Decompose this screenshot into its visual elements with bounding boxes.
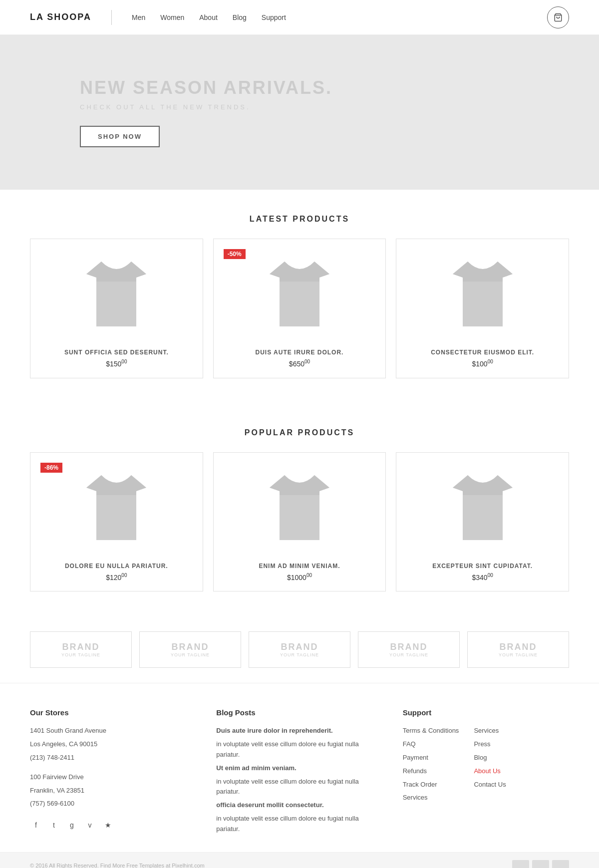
store-1-phone: (213) 748-2411	[30, 753, 196, 763]
support-link-col1-0[interactable]: Terms & Conditions	[403, 726, 459, 736]
brand-card-3[interactable]: BRAND YOUR TAGLINE	[358, 631, 460, 668]
popular-products-title: POPULAR PRODUCTS	[30, 428, 569, 437]
payment-icon-1	[512, 860, 529, 868]
latest-products-title: LATEST PRODUCTS	[30, 215, 569, 224]
rss-icon[interactable]: ★	[102, 819, 114, 831]
support-link-col1-2[interactable]: Payment	[403, 753, 459, 763]
support-col2: ServicesPressBlogAbout UsContact Us	[474, 726, 506, 806]
brand-subtitle: YOUR TAGLINE	[389, 652, 428, 657]
discount-badge: -86%	[40, 463, 62, 473]
product-card-latest-2[interactable]: CONSECTETUR EIUSMOD ELIT. $10000	[396, 239, 569, 378]
header-divider	[111, 10, 112, 25]
product-name: DOLORE EU NULLA PARIATUR.	[40, 563, 193, 570]
product-name: ENIM AD MINIM VENIAM.	[224, 563, 376, 570]
vimeo-icon[interactable]: v	[84, 819, 96, 831]
store-2-phone: (757) 569-6100	[30, 799, 196, 809]
nav-women[interactable]: Women	[160, 13, 184, 21]
brand-card-0[interactable]: BRAND YOUR TAGLINE	[30, 631, 132, 668]
google-icon[interactable]: g	[66, 819, 78, 831]
twitter-icon[interactable]: t	[48, 819, 60, 831]
product-image	[40, 463, 193, 553]
payment-icon-2	[532, 860, 549, 868]
product-price: $15000	[40, 359, 193, 368]
brand-subtitle: YOUR TAGLINE	[280, 652, 319, 657]
support-link-col2-0[interactable]: Services	[474, 726, 506, 736]
product-card-popular-2[interactable]: EXCEPTEUR SINT CUPIDATAT. $34000	[396, 452, 569, 592]
product-price: $12000	[40, 573, 193, 581]
brand-subtitle: YOUR TAGLINE	[171, 652, 210, 657]
blog-title: Blog Posts	[216, 708, 382, 717]
logo[interactable]: LA SHOOPA	[30, 12, 91, 22]
product-name: CONSECTETUR EIUSMOD ELIT.	[406, 349, 559, 356]
product-card-popular-1[interactable]: ENIM AD MINIM VENIAM. $100000	[213, 452, 386, 592]
popular-products-grid: -86% DOLORE EU NULLA PARIATUR. $12000 EN…	[30, 452, 569, 592]
support-link-col1-5[interactable]: Services	[403, 793, 459, 803]
blog-post-0: Duis aute irure dolor in reprehenderit. …	[216, 726, 382, 760]
brand-title: BRAND	[172, 642, 209, 652]
brand-card-4[interactable]: BRAND YOUR TAGLINE	[467, 631, 569, 668]
nav-men[interactable]: Men	[132, 13, 145, 21]
blog-post-1: Ut enim ad minim veniam. in voluptate ve…	[216, 763, 382, 797]
store-2-address1: 100 Fairview Drive	[30, 772, 196, 783]
support-link-col1-1[interactable]: FAQ	[403, 739, 459, 750]
brand-title: BRAND	[390, 642, 428, 652]
nav-about[interactable]: About	[199, 13, 218, 21]
support-link-col2-2[interactable]: Blog	[474, 753, 506, 763]
product-card-latest-1[interactable]: -50% DUIS AUTE IRURE DOLOR. $65000	[213, 239, 386, 378]
support-title: Support	[403, 708, 569, 717]
brands-section: BRAND YOUR TAGLINE BRAND YOUR TAGLINE BR…	[0, 616, 599, 683]
payment-icons	[512, 860, 569, 868]
product-image	[224, 249, 376, 339]
cart-icon	[554, 13, 563, 22]
hero-title: NEW SEASON ARRIVALS.	[80, 77, 519, 98]
product-image	[406, 249, 559, 339]
shop-now-button[interactable]: SHOP NOW	[80, 126, 160, 147]
footer-stores: Our Stores 1401 South Grand Avenue Los A…	[30, 708, 196, 837]
product-card-popular-0[interactable]: -86% DOLORE EU NULLA PARIATUR. $12000	[30, 452, 203, 592]
facebook-icon[interactable]: f	[30, 819, 42, 831]
nav-support[interactable]: Support	[262, 13, 286, 21]
support-link-col2-3[interactable]: About Us	[474, 766, 506, 777]
discount-badge: -50%	[224, 249, 246, 259]
hero-subtitle: CHECK OUT ALL THE NEW TRENDS.	[80, 103, 519, 111]
product-price: $65000	[224, 359, 376, 368]
footer-copyright: © 2016 All Rights Reserved. Find More Fr…	[30, 863, 205, 868]
payment-icon-3	[552, 860, 569, 868]
product-card-latest-0[interactable]: SUNT OFFICIA SED DESERUNT. $15000	[30, 239, 203, 378]
store-2: 100 Fairview Drive Franklin, VA 23851 (7…	[30, 772, 196, 809]
social-icons: f t g v ★	[30, 819, 196, 831]
brand-card-1[interactable]: BRAND YOUR TAGLINE	[139, 631, 241, 668]
main-nav: Men Women About Blog Support	[132, 13, 547, 21]
cart-button[interactable]	[547, 6, 569, 28]
product-image	[40, 249, 193, 339]
blog-post-2: officia deserunt mollit consectetur. in …	[216, 800, 382, 834]
brand-title: BRAND	[281, 642, 318, 652]
product-image	[224, 463, 376, 553]
blog-posts: Duis aute irure dolor in reprehenderit. …	[216, 726, 382, 834]
blog-post-title[interactable]: Ut enim ad minim veniam.	[216, 763, 382, 774]
blog-post-title[interactable]: officia deserunt mollit consectetur.	[216, 800, 382, 811]
blog-post-text: in voluptate velit esse cillum dolore eu…	[216, 777, 382, 798]
footer-blog: Blog Posts Duis aute irure dolor in repr…	[216, 708, 382, 837]
product-price: $100000	[224, 573, 376, 581]
store-2-address2: Franklin, VA 23851	[30, 786, 196, 796]
support-link-col1-3[interactable]: Refunds	[403, 766, 459, 777]
product-name: DUIS AUTE IRURE DOLOR.	[224, 349, 376, 356]
support-link-col2-1[interactable]: Press	[474, 739, 506, 750]
product-price: $34000	[406, 573, 559, 581]
nav-blog[interactable]: Blog	[233, 13, 247, 21]
popular-products-section: POPULAR PRODUCTS -86% DOLORE EU NULLA PA…	[0, 403, 599, 617]
support-link-col2-4[interactable]: Contact Us	[474, 780, 506, 790]
blog-post-title[interactable]: Duis aute irure dolor in reprehenderit.	[216, 726, 382, 736]
brand-card-2[interactable]: BRAND YOUR TAGLINE	[249, 631, 350, 668]
latest-products-section: LATEST PRODUCTS SUNT OFFICIA SED DESERUN…	[0, 190, 599, 403]
brands-grid: BRAND YOUR TAGLINE BRAND YOUR TAGLINE BR…	[30, 631, 569, 668]
footer-bottom: © 2016 All Rights Reserved. Find More Fr…	[0, 852, 599, 868]
header: LA SHOOPA Men Women About Blog Support	[0, 0, 599, 35]
support-link-col1-4[interactable]: Track Order	[403, 780, 459, 790]
brand-title: BRAND	[500, 642, 537, 652]
product-price: $10000	[406, 359, 559, 368]
store-1-address2: Los Angeles, CA 90015	[30, 739, 196, 750]
stores-title: Our Stores	[30, 708, 196, 717]
brand-subtitle: YOUR TAGLINE	[61, 652, 100, 657]
